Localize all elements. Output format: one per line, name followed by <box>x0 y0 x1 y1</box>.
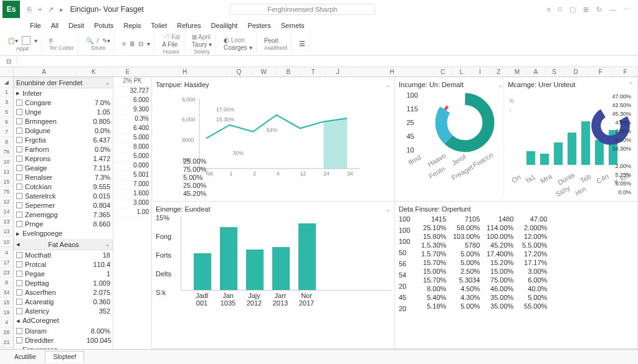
ribbon-siture: Siture <box>86 45 111 51</box>
panel2-sub: ◂AdCoregnet <box>14 315 113 326</box>
col-s[interactable]: S <box>545 67 564 77</box>
list-item[interactable]: Keprons1.472 <box>14 154 113 163</box>
align-icon[interactable]: ⊟ <box>138 40 143 47</box>
menu-dealight[interactable]: Dealilght <box>207 21 242 30</box>
list-item[interactable]: Zenemgpg7.365 <box>14 210 113 219</box>
list-item[interactable]: Ascerfhen2.075 <box>14 287 113 297</box>
tab-1[interactable]: Acutillie <box>6 351 44 363</box>
list-item[interactable]: Geaige7.115 <box>14 163 113 172</box>
list-item[interactable]: Astericy352 <box>14 306 113 315</box>
col-a[interactable]: A <box>14 67 75 77</box>
svg-text:12: 12 <box>300 170 307 177</box>
col-h2[interactable]: H <box>351 67 434 77</box>
col-f2[interactable]: F <box>613 67 638 77</box>
list-item[interactable]: Dtreddter100.045 <box>14 335 113 345</box>
app-icon[interactable]: ⊞ <box>583 6 589 14</box>
refresh-icon[interactable]: ↻ <box>596 6 602 14</box>
col-z[interactable]: Z <box>490 67 508 77</box>
search-icon[interactable]: 🔍 <box>86 37 93 44</box>
titlebar: Es ⎘ + ↗ ▸ Eincigun- Vour Fasget Ferghin… <box>0 0 638 19</box>
list-item[interactable]: Mocthatl18 <box>14 250 113 259</box>
menu-repis[interactable]: Repis <box>120 21 145 30</box>
list-item[interactable]: Prnge8.660 <box>14 219 113 228</box>
svg-text:N6: N6 <box>206 170 213 177</box>
menu-toliet[interactable]: Toliet <box>147 21 171 30</box>
more-icon[interactable]: ⋯ <box>624 6 631 14</box>
wand-icon[interactable]: ✎▾ <box>102 37 110 44</box>
list-item[interactable]: Brmngeen0.805 <box>14 116 113 126</box>
menu-file[interactable]: File <box>26 21 45 30</box>
col-h1[interactable]: H <box>143 67 227 77</box>
col-e[interactable]: E <box>113 67 144 77</box>
col-a2[interactable]: A <box>526 67 545 77</box>
ribbon-fal[interactable]: 📄 Fal <box>162 34 180 40</box>
list-item[interactable]: Congare7.0% <box>14 98 113 107</box>
dropdown-2-icon[interactable]: ▾ <box>147 40 150 47</box>
menu-all[interactable]: All <box>47 21 62 30</box>
list-item[interactable]: Renalser7.3% <box>14 172 113 182</box>
qat-icon-4[interactable]: ▸ <box>60 6 64 14</box>
menu-desit[interactable]: Desit <box>65 21 88 30</box>
chart4-title: Deta Finsure: Orpertunt <box>399 205 471 213</box>
tab-2[interactable]: Slopteef <box>45 351 84 363</box>
list-item[interactable]: Cotckian9.555 <box>14 182 113 191</box>
list-icon[interactable]: ☰ <box>299 40 305 48</box>
panel1-header[interactable]: Enunbine der Frendet⌄ <box>14 77 113 88</box>
ribbon-peoit[interactable]: Peoit <box>264 37 279 44</box>
col-q[interactable]: Q <box>227 67 252 77</box>
ribbon-april[interactable]: ⊞ April <box>192 34 211 40</box>
sync-icon[interactable]: ≡ <box>547 6 551 14</box>
list-item[interactable]: Farhorn0.0% <box>14 144 113 154</box>
qat-icon-2[interactable]: + <box>38 6 42 13</box>
ribbon-loon[interactable]: ◐ Loon <box>224 37 245 44</box>
menu-refures[interactable]: Refures <box>173 21 205 30</box>
align-left-icon[interactable]: ≡ <box>122 40 126 47</box>
clipboard-icon[interactable]: ⎘ <box>49 37 53 44</box>
list-item[interactable]: Sepermer0.804 <box>14 200 113 210</box>
dropdown-icon[interactable]: ▾ <box>34 37 37 44</box>
col-b[interactable]: B <box>277 67 302 77</box>
list-item[interactable]: Saterelrck0.015 <box>14 191 113 200</box>
formula-bar: ⊟ <box>0 56 638 67</box>
qat-icon-1[interactable]: ⎘ <box>27 6 32 13</box>
col-c[interactable]: C <box>434 67 453 77</box>
name-box[interactable]: ⊟ <box>0 58 17 65</box>
col-l[interactable]: L <box>452 67 471 77</box>
phone-icon[interactable]: ⌑ <box>558 6 562 14</box>
menu-pesters[interactable]: Pesters <box>244 21 274 30</box>
menu-sernets[interactable]: Sernets <box>277 21 308 30</box>
shape-icon[interactable] <box>22 36 31 45</box>
col-f1[interactable]: F <box>589 67 614 77</box>
ribbon-coarges[interactable]: Coarges ▾ <box>224 44 252 51</box>
col-k[interactable]: K <box>75 67 113 77</box>
list-item[interactable]: Frgctia6.437 <box>14 135 113 144</box>
ribbon-taury[interactable]: Taury ▾ <box>192 41 212 48</box>
qat-icon-3[interactable]: ↗ <box>48 6 54 14</box>
table-row: 8.00%4.50%46.00%40.0% <box>416 285 634 294</box>
col-t[interactable]: T <box>301 67 326 77</box>
list-item[interactable]: Dolgune0.0% <box>14 126 113 135</box>
list-item[interactable]: Disram8.00% <box>14 326 113 335</box>
col-m[interactable]: M <box>508 67 527 77</box>
chevron-down-icon: ⌄ <box>105 78 110 86</box>
list-item[interactable]: Acareatig0.360 <box>14 297 113 306</box>
svg-text:17.00%: 17.00% <box>216 106 235 113</box>
col-i[interactable]: I <box>471 67 490 77</box>
minimize-icon[interactable]: — <box>609 6 616 14</box>
note-icon[interactable]: ▢ <box>569 6 576 14</box>
table-row: 1.5.70%5.00%17.400%17.20% <box>416 250 634 259</box>
italic-icon[interactable]: / <box>97 37 99 44</box>
col-w[interactable]: W <box>252 67 277 77</box>
ribbon-afile[interactable]: A File <box>162 41 178 48</box>
list-item[interactable]: Depttag1.009 <box>14 278 113 287</box>
align-center-icon[interactable]: ≣ <box>130 40 135 47</box>
menu-potuts[interactable]: Potuts <box>90 21 117 30</box>
paste-icon[interactable]: 📋▾ <box>7 37 18 44</box>
list-item[interactable]: Unge1.05 <box>14 107 113 116</box>
list-item[interactable]: Pegae1 <box>14 269 113 278</box>
col-j[interactable]: J <box>326 67 351 77</box>
col-d[interactable]: D <box>564 67 589 77</box>
panel2-header[interactable]: ◂Fat Aeaos⌄ <box>14 239 113 250</box>
search-box[interactable]: Ferghinnensed Sharph <box>229 4 375 15</box>
list-item[interactable]: Protcal110.4 <box>14 259 113 269</box>
